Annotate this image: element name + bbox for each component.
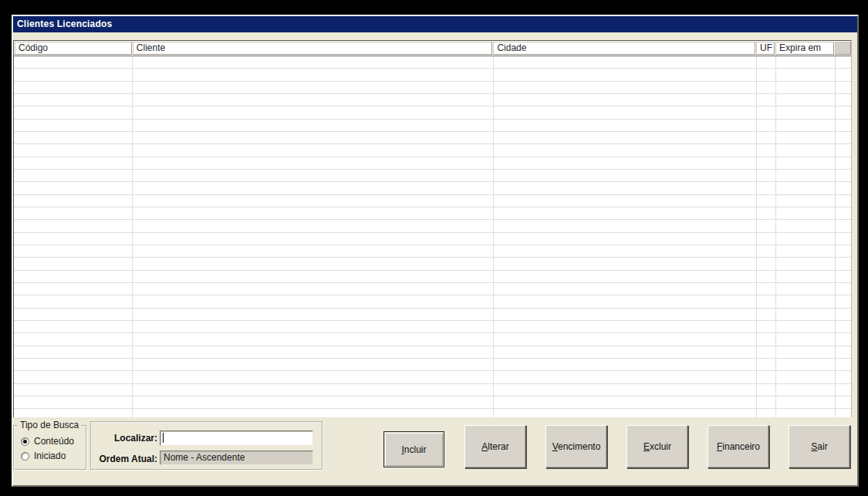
ordem-atual-field: Nome - Ascendente (160, 450, 313, 465)
radio-button-icon (21, 437, 29, 446)
grid-column-divider (493, 56, 494, 417)
radio-iniciado[interactable]: Iniciado (21, 450, 66, 461)
column-header-uf[interactable]: UF (756, 42, 775, 55)
grid-body[interactable] (14, 56, 851, 417)
column-header-cidade[interactable]: Cidade (493, 42, 755, 55)
radio-button-icon (21, 452, 29, 461)
grid-column-divider (775, 56, 776, 417)
localizar-input[interactable] (160, 430, 313, 446)
sair-button[interactable]: Sair (789, 425, 850, 468)
ordem-atual-label: Ordem Atual: (91, 454, 157, 464)
tipo-de-busca-legend: Tipo de Busca (18, 420, 81, 430)
column-header-codigo[interactable]: Código (15, 42, 132, 55)
localizar-label: Localizar: (93, 433, 157, 444)
grid-column-divider (132, 56, 133, 417)
column-header-cliente[interactable]: Cliente (133, 42, 493, 55)
tipo-de-busca-groupbox: Tipo de Busca Conteúdo Iniciado (13, 425, 86, 470)
column-header-expira-em[interactable]: Expira em (775, 42, 834, 55)
radio-conteudo-label: Conteúdo (34, 436, 74, 447)
window-title: Clientes Licenciados (17, 19, 112, 29)
clients-grid[interactable]: Código Cliente Cidade UF Expira em (13, 40, 852, 417)
search-groupbox: Localizar: Ordem Atual: Nome - Ascendent… (90, 421, 323, 470)
financeiro-button[interactable]: Financeiro (708, 425, 769, 468)
grid-column-divider (835, 56, 836, 417)
radio-conteudo[interactable]: Conteúdo (21, 436, 74, 447)
grid-column-divider (756, 56, 757, 417)
alterar-button[interactable]: Alterar (464, 425, 526, 468)
vencimento-button[interactable]: Vencimento (545, 425, 607, 468)
text-caret (163, 433, 164, 443)
grid-header: Código Cliente Cidade UF Expira em (14, 41, 851, 56)
incluir-button[interactable]: Incluir (383, 431, 444, 467)
radio-iniciado-label: Iniciado (34, 450, 66, 461)
excluir-button[interactable]: Excluir (627, 425, 688, 468)
clientes-licenciados-window: Clientes Licenciados Código Cliente Cida… (12, 15, 859, 487)
title-bar[interactable]: Clientes Licenciados (13, 16, 857, 32)
column-header-filler (835, 42, 851, 55)
